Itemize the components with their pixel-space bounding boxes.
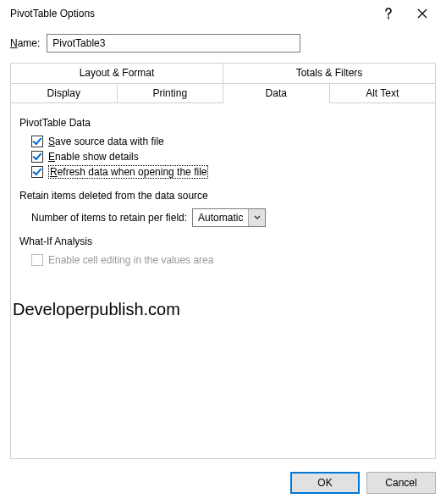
button-bar: OK Cancel: [290, 472, 436, 494]
check-row-refresh: Refresh data when opening the file: [31, 166, 427, 178]
ok-button[interactable]: OK: [290, 472, 360, 494]
tab-printing[interactable]: Printing: [118, 83, 224, 103]
name-input[interactable]: [47, 34, 300, 53]
tab-data[interactable]: Data: [223, 83, 330, 103]
checkbox-refresh[interactable]: [31, 166, 43, 178]
name-label: Name:: [10, 37, 40, 49]
tab-display[interactable]: Display: [10, 83, 118, 103]
chevron-down-icon: [254, 215, 261, 220]
tabs-container: Layout & Format Totals & Filters Display…: [0, 63, 446, 459]
name-row: Name:: [0, 27, 446, 63]
select-dropdown-button[interactable]: [248, 209, 265, 226]
label-retain-count: Number of items to retain per field:: [31, 212, 187, 224]
section-retain: Retain items deleted from the data sourc…: [19, 190, 427, 202]
tab-content-data: PivotTable Data Save source data with fi…: [10, 103, 436, 459]
select-retain-count[interactable]: Automatic: [192, 208, 266, 227]
close-button[interactable]: [405, 0, 439, 27]
check-row-save-source: Save source data with file: [31, 136, 427, 147]
label-refresh: Refresh data when opening the file: [48, 166, 208, 178]
checkbox-enable-details[interactable]: [31, 151, 43, 163]
tab-totals-filters[interactable]: Totals & Filters: [223, 63, 436, 83]
label-save-source: Save source data with file: [48, 136, 164, 147]
label-cell-edit: Enable cell editing in the values area: [48, 254, 213, 266]
field-row-retain-count: Number of items to retain per field: Aut…: [31, 208, 427, 227]
dialog-title: PivotTable Options: [10, 8, 372, 19]
checkbox-save-source[interactable]: [31, 136, 43, 147]
watermark-text: Developerpublish.com: [13, 300, 180, 319]
help-button[interactable]: [372, 0, 405, 27]
help-icon: [384, 8, 393, 19]
checkbox-cell-edit: [31, 254, 43, 266]
check-row-enable-details: Enable show details: [31, 151, 427, 163]
label-enable-details: Enable show details: [48, 151, 139, 163]
check-row-cell-edit: Enable cell editing in the values area: [31, 254, 427, 266]
section-pivottable-data: PivotTable Data: [19, 117, 427, 129]
select-retain-value: Automatic: [193, 209, 248, 226]
cancel-button[interactable]: Cancel: [366, 472, 436, 494]
tab-alt-text[interactable]: Alt Text: [330, 83, 437, 103]
tabs-row-2: Display Printing Data Alt Text: [10, 83, 436, 103]
close-icon: [417, 8, 427, 19]
tab-layout-format[interactable]: Layout & Format: [10, 63, 223, 83]
titlebar: PivotTable Options: [0, 0, 446, 27]
section-whatif: What-If Analysis: [19, 235, 427, 247]
tabs-row-1: Layout & Format Totals & Filters: [10, 63, 436, 83]
